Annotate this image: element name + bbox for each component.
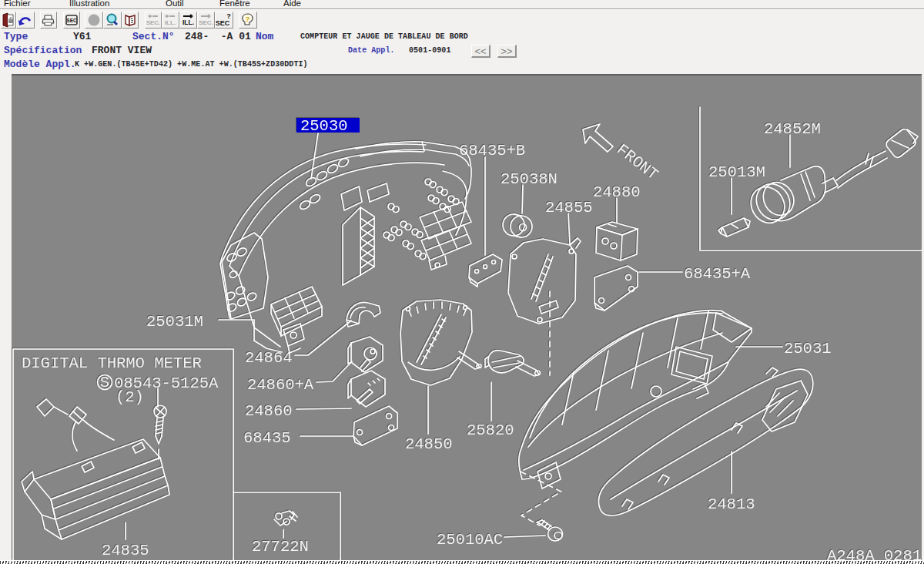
svg-text:24835: 24835: [102, 542, 149, 559]
svg-text:25030: 25030: [300, 117, 348, 135]
svg-text:24813: 24813: [708, 495, 755, 513]
svg-text:DIGITAL THRMO METER: DIGITAL THRMO METER: [22, 354, 202, 372]
svg-text:24864: 24864: [245, 349, 293, 367]
svg-text:68435+A: 68435+A: [684, 265, 751, 283]
svg-text:(2): (2): [116, 388, 144, 406]
svg-text:FRONT: FRONT: [613, 141, 661, 184]
svg-text:A248A 0281: A248A 0281: [827, 547, 922, 560]
svg-text:ILL.: ILL.: [182, 18, 194, 26]
svg-text:24860+A: 24860+A: [247, 376, 314, 394]
svg-text:25820: 25820: [467, 421, 514, 439]
svg-text:S: S: [100, 374, 109, 391]
svg-text:25038N: 25038N: [500, 170, 557, 188]
svg-text:SEC: SEC: [66, 18, 77, 23]
svg-text:SEC.: SEC.: [146, 19, 161, 26]
svg-text:24860: 24860: [245, 402, 293, 420]
svg-text:25031: 25031: [784, 340, 832, 358]
svg-text:ILL.: ILL.: [165, 19, 176, 26]
svg-text:24852M: 24852M: [764, 120, 821, 138]
svg-text:25013M: 25013M: [708, 163, 765, 181]
svg-text:24850: 24850: [405, 435, 453, 453]
svg-text:?: ?: [246, 15, 250, 23]
svg-text:25031M: 25031M: [146, 313, 203, 331]
svg-text:?: ?: [226, 12, 231, 20]
svg-text:SEC: SEC: [216, 19, 230, 27]
svg-text:25010AC: 25010AC: [437, 531, 503, 549]
svg-text:27722N: 27722N: [252, 538, 309, 556]
svg-text:68435: 68435: [243, 429, 291, 447]
svg-text:SEC.: SEC.: [199, 19, 213, 26]
